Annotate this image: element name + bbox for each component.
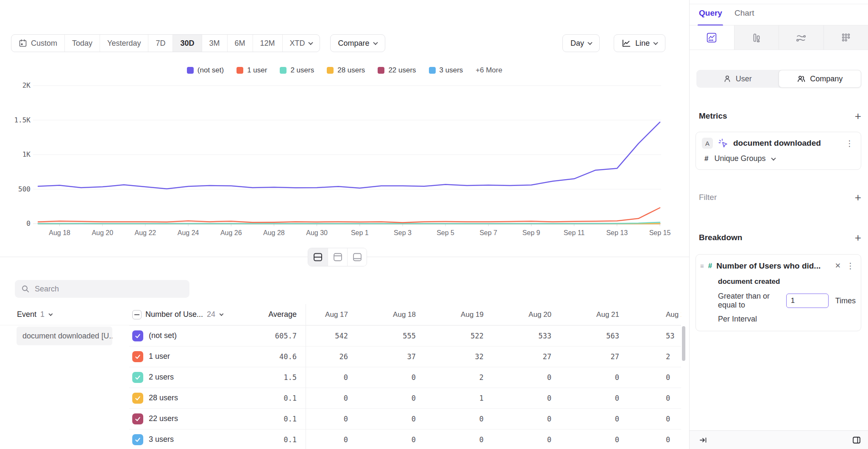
metric-event-name: document downloaded <box>733 139 839 148</box>
svg-text:Sep 9: Sep 9 <box>523 229 540 236</box>
event-name-cell[interactable]: document downloaded [U... <box>17 327 112 345</box>
scatter-chart-type-button[interactable] <box>824 25 868 50</box>
times-value-input[interactable] <box>786 294 829 308</box>
filter-section-header: Filter + <box>699 193 861 202</box>
breakdown-card[interactable]: ≡ # Number of Users who did... ✕ ⋮ docum… <box>696 254 861 331</box>
range-button-30d[interactable]: 30D <box>172 35 201 52</box>
split-view-button[interactable] <box>308 248 328 266</box>
data-cell: 0 <box>645 373 681 382</box>
flow-chart-type-button[interactable] <box>779 25 824 50</box>
metric-kebab-menu[interactable]: ⋮ <box>844 139 855 148</box>
panel-bottom-bar <box>690 430 868 449</box>
svg-text:500: 500 <box>18 185 31 193</box>
range-button-yesterday[interactable]: Yesterday <box>100 35 148 52</box>
tab-query[interactable]: Query <box>699 8 722 18</box>
table-scrollbar[interactable] <box>682 326 685 361</box>
data-cell: 0 <box>577 373 645 382</box>
legend-item[interactable]: 28 users <box>327 66 365 75</box>
company-toggle-button[interactable]: Company <box>779 70 862 88</box>
series-checkbox[interactable] <box>132 330 143 341</box>
range-button-12m[interactable]: 12M <box>253 35 282 52</box>
add-breakdown-button[interactable]: + <box>855 233 861 242</box>
data-cell: 0 <box>645 435 681 444</box>
compare-button[interactable]: Compare <box>330 34 385 52</box>
main-area: CustomTodayYesterday7D30D3M6M12MXTD Comp… <box>0 0 689 449</box>
table-body: document downloaded [U...(not set)605.75… <box>0 325 681 449</box>
chevron-down-icon[interactable] <box>771 155 776 160</box>
search-input[interactable] <box>35 285 179 294</box>
interval-dropdown[interactable]: Day <box>562 34 600 52</box>
series-checkbox[interactable] <box>132 413 143 424</box>
svg-text:1K: 1K <box>22 150 31 158</box>
legend-label: 3 users <box>440 66 463 75</box>
metric-card[interactable]: A document downloaded ⋮ # Unique Groups <box>696 132 861 170</box>
data-cell: 0 <box>373 435 441 444</box>
breakdown-kebab-menu[interactable]: ⋮ <box>845 261 856 271</box>
bar-chart-icon <box>751 32 762 43</box>
table-row: 1 user40.626373227272 <box>0 346 681 367</box>
legend-swatch <box>280 67 287 74</box>
range-button-xtd[interactable]: XTD <box>282 35 320 52</box>
add-metric-button[interactable]: + <box>855 112 861 120</box>
add-filter-button[interactable]: + <box>855 193 861 202</box>
range-button-3m[interactable]: 3M <box>202 35 227 52</box>
range-button-today[interactable]: Today <box>64 35 100 52</box>
event-column-header[interactable]: Event 1 <box>0 310 129 319</box>
date-column-header: Aug 17 <box>306 310 373 319</box>
series-checkbox[interactable] <box>132 434 143 445</box>
times-unit-label: Times <box>835 297 856 305</box>
svg-text:Aug 26: Aug 26 <box>220 229 242 236</box>
range-button-7d[interactable]: 7D <box>148 35 172 52</box>
chevron-down-icon <box>308 40 313 45</box>
series-checkbox[interactable] <box>132 393 143 404</box>
legend-label: 2 users <box>290 66 314 75</box>
collapse-panel-icon[interactable] <box>699 436 707 444</box>
line-chart-type-button[interactable] <box>690 25 734 50</box>
range-button-6m[interactable]: 6M <box>227 35 253 52</box>
svg-text:Sep 13: Sep 13 <box>606 229 628 236</box>
chevron-down-icon <box>587 40 592 45</box>
scatter-chart-icon <box>840 32 851 43</box>
tab-chart[interactable]: Chart <box>734 8 754 18</box>
legend-item[interactable]: 3 users <box>429 66 463 75</box>
bar-chart-type-button[interactable] <box>734 25 779 50</box>
data-cell: 0 <box>645 415 681 423</box>
chart-type-label: Line <box>635 39 650 48</box>
chart-legend: (not set)1 user2 users28 users22 users3 … <box>0 66 689 75</box>
series-label: 2 users <box>149 373 174 382</box>
data-cell: 0 <box>373 373 441 382</box>
breakdown-section-header: Breakdown + <box>699 233 861 242</box>
average-value: 40.6 <box>252 352 297 361</box>
svg-text:2K: 2K <box>22 81 31 89</box>
series-checkbox[interactable] <box>132 372 143 383</box>
select-all-checkbox[interactable] <box>132 310 142 319</box>
chart-type-dropdown[interactable]: Line <box>614 34 665 52</box>
data-cell: 1 <box>441 394 509 402</box>
chart-view-button[interactable] <box>328 248 347 266</box>
search-icon <box>21 285 30 293</box>
series-label: 1 user <box>149 352 170 361</box>
legend-item[interactable]: (not set) <box>187 66 224 75</box>
range-button-custom[interactable]: Custom <box>11 35 64 52</box>
date-column-header: Aug 20 <box>509 310 577 319</box>
series-checkbox[interactable] <box>132 351 143 362</box>
split-panel-icon[interactable] <box>852 435 861 445</box>
user-toggle-button[interactable]: User <box>696 70 779 88</box>
series-label: 22 users <box>149 414 178 423</box>
table-view-button[interactable] <box>347 248 367 266</box>
date-column-header: Aug 2 <box>645 310 681 319</box>
company-toggle-label: Company <box>810 75 843 83</box>
legend-item[interactable]: 1 user <box>236 66 267 75</box>
svg-text:Sep 11: Sep 11 <box>564 229 585 236</box>
data-cell: 0 <box>509 415 577 423</box>
legend-item[interactable]: 2 users <box>280 66 314 75</box>
legend-item[interactable]: 22 users <box>378 66 416 75</box>
data-cell: 542 <box>306 332 373 340</box>
data-cell: 2 <box>645 352 681 361</box>
legend-more-link[interactable]: +6 More <box>476 66 502 75</box>
series-column-header[interactable]: Number of Use... 24 <box>129 310 252 319</box>
remove-breakdown-icon[interactable]: ✕ <box>835 261 841 270</box>
table-row: document downloaded [U...(not set)605.75… <box>0 325 681 346</box>
metrics-section-header: Metrics + <box>699 111 861 121</box>
drag-handle-icon[interactable]: ≡ <box>700 262 704 269</box>
